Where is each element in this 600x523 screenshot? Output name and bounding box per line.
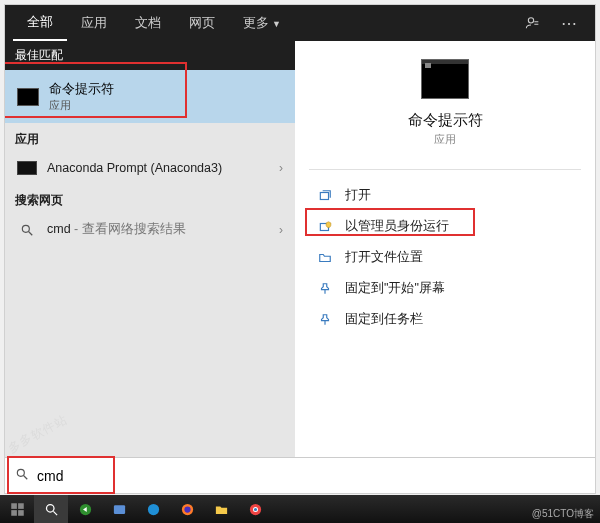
tab-all[interactable]: 全部 (13, 5, 67, 41)
action-run-as-admin[interactable]: 以管理员身份运行 (309, 211, 581, 242)
results-list: 最佳匹配 命令提示符 应用 应用 Anaconda Prompt (Anacon… (5, 41, 295, 457)
feedback-icon[interactable] (515, 9, 551, 37)
best-match-item[interactable]: 命令提示符 应用 (5, 70, 295, 123)
svg-rect-14 (113, 505, 124, 514)
preview-subtitle: 应用 (434, 132, 456, 147)
taskbar-app-2[interactable] (102, 495, 136, 523)
start-button[interactable] (0, 495, 34, 523)
taskbar-explorer[interactable] (204, 495, 238, 523)
svg-point-5 (17, 469, 24, 476)
svg-rect-8 (18, 503, 24, 509)
cmd-icon (17, 88, 39, 106)
svg-rect-9 (11, 510, 17, 516)
action-open[interactable]: 打开 (309, 180, 581, 211)
chevron-right-icon: › (279, 223, 283, 237)
start-search-panel: 全部 应用 文档 网页 更多▼ ⋯ 最佳匹配 命令提示符 应用 应用 Ana (4, 4, 596, 494)
best-match-title: 命令提示符 (49, 80, 114, 98)
shield-icon (315, 220, 335, 234)
section-best-match: 最佳匹配 (5, 41, 295, 70)
tab-web[interactable]: 网页 (175, 6, 229, 40)
taskbar-search[interactable] (34, 495, 68, 523)
watermark: 多多软件站 (5, 411, 70, 457)
section-apps: 应用 (5, 123, 295, 152)
chevron-right-icon: › (279, 161, 283, 175)
result-web-cmd[interactable]: cmd - 查看网络搜索结果 › (5, 213, 295, 246)
search-icon (17, 222, 37, 238)
section-web: 搜索网页 (5, 184, 295, 213)
search-input-row[interactable] (5, 457, 595, 493)
best-match-subtitle: 应用 (49, 98, 114, 113)
pin-icon (315, 282, 335, 296)
search-input[interactable] (37, 468, 585, 484)
folder-icon (315, 251, 335, 265)
svg-rect-3 (320, 192, 328, 199)
svg-point-15 (147, 503, 158, 514)
preview-pane: 命令提示符 应用 打开 以管理员身份运行 打开文件位置 固定到"开始"屏幕 (295, 41, 595, 457)
result-anaconda-prompt[interactable]: Anaconda Prompt (Anaconda3) › (5, 152, 295, 184)
console-icon (17, 161, 37, 175)
taskbar-app-1[interactable] (68, 495, 102, 523)
tab-documents[interactable]: 文档 (121, 6, 175, 40)
web-result-term: cmd (47, 222, 71, 236)
taskbar-chrome[interactable] (238, 495, 272, 523)
cmd-large-icon (421, 59, 469, 99)
svg-line-6 (24, 475, 28, 479)
action-pin-taskbar[interactable]: 固定到任务栏 (309, 304, 581, 335)
svg-point-17 (184, 506, 190, 512)
open-icon (315, 189, 335, 203)
svg-line-2 (29, 231, 33, 235)
pin-icon (315, 313, 335, 327)
search-icon (15, 467, 29, 485)
search-filter-tabs: 全部 应用 文档 网页 更多▼ ⋯ (5, 5, 595, 41)
taskbar-edge[interactable] (136, 495, 170, 523)
svg-rect-10 (18, 510, 24, 516)
tab-more[interactable]: 更多▼ (229, 6, 295, 40)
action-open-location[interactable]: 打开文件位置 (309, 242, 581, 273)
options-icon[interactable]: ⋯ (551, 8, 587, 39)
svg-rect-7 (11, 503, 17, 509)
svg-point-11 (46, 504, 54, 512)
result-label: Anaconda Prompt (Anaconda3) (47, 161, 279, 175)
divider (309, 169, 581, 170)
web-result-sub: - 查看网络搜索结果 (71, 222, 186, 236)
watermark: @51CTO博客 (532, 507, 594, 521)
tab-apps[interactable]: 应用 (67, 6, 121, 40)
taskbar-firefox[interactable] (170, 495, 204, 523)
svg-point-0 (528, 18, 533, 23)
taskbar: @51CTO博客 (0, 495, 600, 523)
preview-title: 命令提示符 (408, 111, 483, 130)
svg-line-12 (53, 511, 57, 515)
action-pin-start[interactable]: 固定到"开始"屏幕 (309, 273, 581, 304)
svg-point-1 (22, 225, 29, 232)
svg-point-20 (253, 507, 256, 510)
